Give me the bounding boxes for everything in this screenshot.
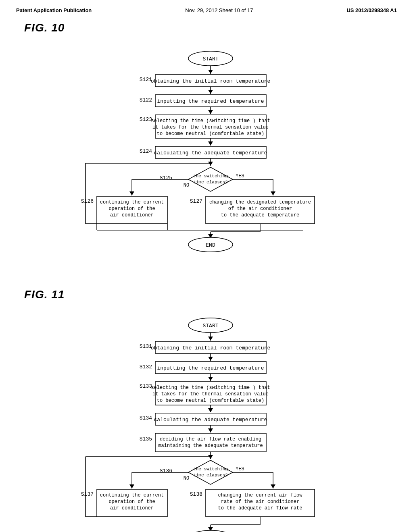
header-right: US 2012/0298348 A1 [346,7,397,13]
svg-text:S133: S133 [140,383,152,389]
svg-marker-46 [271,191,275,195]
svg-text:NO: NO [184,183,189,188]
header-left: Patent Application Publication [16,7,92,13]
svg-rect-88 [155,433,266,452]
svg-text:S123: S123 [140,116,152,123]
header-center: Nov. 29, 2012 Sheet 10 of 17 [185,7,253,13]
svg-text:the switching: the switching [193,174,228,179]
svg-text:of the air conditioner: of the air conditioner [228,206,292,212]
svg-text:selecting the time (switching : selecting the time (switching time ) tha… [151,118,270,124]
svg-text:the switching: the switching [193,467,228,472]
svg-marker-94 [188,460,233,484]
svg-text:S131: S131 [140,343,152,349]
fig11-flowchart: START S131 obtaining the initial room te… [53,313,360,532]
svg-text:S124: S124 [140,148,152,154]
svg-text:rate of the air conditioner: rate of the air conditioner [221,499,299,505]
svg-marker-69 [208,357,213,361]
svg-marker-25 [208,162,213,166]
svg-text:S135: S135 [140,436,152,442]
svg-text:deciding the air flow rate ena: deciding the air flow rate enabling [160,436,261,442]
svg-text:to the adequate temperature: to the adequate temperature [221,212,299,218]
svg-text:to become neutral (comfortable: to become neutral (comfortable state) [157,131,264,137]
svg-marker-92 [208,455,213,459]
svg-marker-64 [208,337,213,341]
svg-text:START: START [202,56,218,62]
svg-text:S126: S126 [81,198,94,204]
svg-text:S136: S136 [160,468,172,474]
svg-text:operation of the: operation of the [108,499,155,505]
svg-text:S137: S137 [81,491,94,497]
svg-point-122 [188,530,233,532]
svg-text:START: START [202,323,218,329]
svg-marker-8 [208,90,213,94]
svg-marker-81 [208,408,213,412]
svg-text:S134: S134 [140,415,152,421]
svg-text:S125: S125 [160,175,172,181]
svg-text:S127: S127 [190,198,202,204]
svg-marker-74 [208,377,213,381]
svg-text:to become neutral (comfortable: to become neutral (comfortable state) [157,398,264,403]
svg-text:S132: S132 [140,364,152,370]
svg-text:inputting the required tempera: inputting the required temperature [157,98,264,104]
svg-text:S121: S121 [140,77,152,83]
fig11-section: FIG. 11 START S131 obtaining the initial… [0,284,413,532]
svg-text:changing the designated temper: changing the designated temperature [209,200,311,205]
svg-marker-3 [208,70,213,74]
svg-text:it takes for the thermal sensa: it takes for the thermal sensation value [152,125,269,130]
page-header: Patent Application Publication Nov. 29, … [0,0,413,17]
svg-text:calculating the adequate tempe: calculating the adequate temperature [154,150,267,156]
svg-text:time elapses?: time elapses? [193,180,228,185]
svg-text:obtaining the initial room tem: obtaining the initial room temperature [151,345,270,351]
fig10-section: FIG. 10 START S121 obtaining the initial… [0,17,413,272]
svg-text:changing the current air flow: changing the current air flow [218,493,303,498]
fig10-title: FIG. 10 [24,21,65,34]
svg-text:air conditioner: air conditioner [110,212,154,218]
svg-text:S138: S138 [190,491,202,497]
svg-text:S122: S122 [140,97,152,103]
svg-text:time elapses?: time elapses? [193,473,228,478]
svg-text:it takes for the thermal sensa: it takes for the thermal sensation value [152,391,269,397]
svg-text:maintaining the adequate tempe: maintaining the adequate temperature [158,443,263,449]
svg-text:continuing the current: continuing the current [100,493,164,498]
svg-marker-27 [188,167,233,191]
svg-text:continuing the current: continuing the current [100,200,164,205]
svg-marker-101 [129,484,134,488]
svg-marker-13 [208,110,213,114]
svg-text:selecting the time (switching : selecting the time (switching time ) tha… [151,385,270,391]
svg-text:air conditioner: air conditioner [110,505,154,511]
svg-text:obtaining the initial room tem: obtaining the initial room temperature [151,78,270,84]
fig11-title: FIG. 11 [24,288,65,301]
svg-text:inputting the required tempera: inputting the required temperature [157,365,264,371]
svg-text:YES: YES [236,466,244,472]
svg-text:operation of the: operation of the [108,206,155,212]
svg-marker-86 [208,428,213,432]
svg-text:END: END [206,242,215,248]
svg-marker-20 [208,141,213,145]
svg-marker-112 [271,484,275,488]
svg-text:to the adequate air flow rate: to the adequate air flow rate [218,505,302,511]
svg-text:YES: YES [236,173,244,179]
fig10-flowchart: START S121 obtaining the initial room te… [53,46,360,272]
svg-text:NO: NO [184,476,189,481]
svg-text:calculating the adequate tempe: calculating the adequate temperature [154,417,267,423]
svg-marker-34 [129,191,134,195]
